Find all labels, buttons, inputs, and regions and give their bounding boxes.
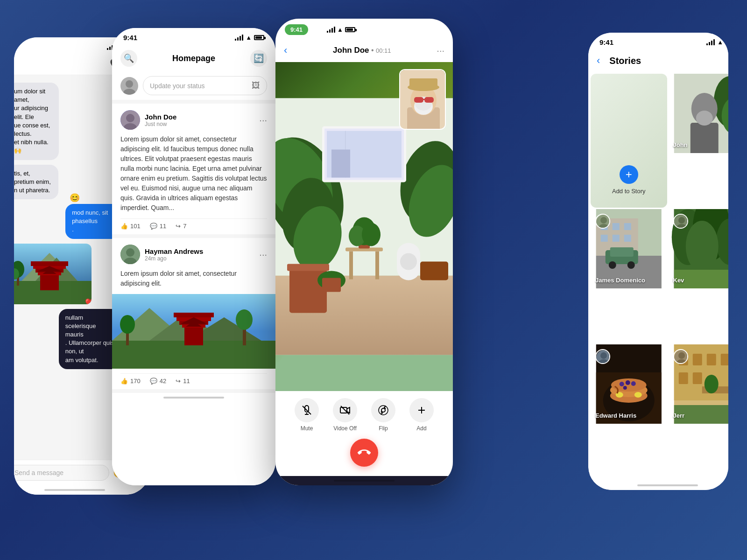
video-area [275, 62, 453, 391]
homepage-status-bar: 9:41 ▲ [112, 28, 275, 45]
post-actions-2: 👍 170 💬 42 ↪ 11 [120, 373, 267, 385]
post-time-1: Just now [145, 121, 254, 127]
story-card-john[interactable]: John [669, 74, 745, 153]
chat-image-message: ❤️ [7, 244, 92, 304]
post-more-btn-2[interactable]: ··· [259, 249, 267, 260]
secondary-video [399, 69, 446, 130]
home-indicator-2 [163, 397, 224, 399]
story-card-edward[interactable]: Edward Harris [591, 344, 667, 424]
svg-rect-46 [289, 266, 327, 313]
bubble-text-1: um dolor sit amet,ur adipiscing elit. El… [7, 83, 59, 160]
like-action-2[interactable]: 👍 170 [120, 378, 141, 385]
post-card-1: John Doe Just now ··· Lorem ipsum dolor … [112, 104, 275, 238]
svg-rect-97 [601, 235, 608, 242]
mute-label: Mute [301, 425, 313, 432]
message-bubble-2: tis, et, pretium enim,n ut pharetra. 😊 [7, 165, 75, 200]
call-more-button[interactable]: ··· [437, 45, 444, 56]
post-header-1: John Doe Just now ··· [120, 110, 267, 130]
like-count-1: 101 [130, 223, 141, 230]
svg-point-111 [716, 218, 744, 265]
share-count-2: 11 [183, 378, 190, 385]
svg-rect-36 [174, 313, 214, 317]
video-off-label: Vidoe Off [333, 425, 357, 432]
add-icon [409, 398, 434, 422]
pagoda-landscape [7, 244, 92, 304]
comment-action-2[interactable]: 💬 42 [150, 378, 166, 385]
status-placeholder: Update your status [150, 82, 205, 90]
svg-rect-139 [692, 372, 702, 384]
mute-icon [295, 398, 319, 422]
svg-point-82 [381, 408, 385, 412]
svg-rect-136 [706, 354, 716, 365]
wifi-icon-3: ▲ [337, 26, 343, 33]
add-story-label: Add to Story [612, 188, 646, 195]
end-call-button[interactable] [350, 439, 378, 467]
call-back-button[interactable]: ‹ [284, 44, 287, 56]
video-off-button[interactable]: Vidoe Off [333, 398, 357, 432]
svg-point-115 [678, 217, 685, 224]
call-header-right: ▲ [322, 26, 444, 33]
mute-button[interactable]: Mute [295, 398, 319, 432]
edward-avatar [595, 349, 610, 364]
home-indicator-1 [44, 489, 105, 491]
message-bubble-1: um dolor sit amet,ur adipiscing elit. El… [7, 83, 76, 160]
svg-rect-61 [322, 278, 341, 292]
stories-status-icons: ▲ [706, 39, 736, 46]
svg-point-78 [427, 98, 431, 101]
svg-point-130 [600, 352, 607, 359]
james-story-label: James Domenico [595, 277, 645, 284]
svg-rect-96 [624, 223, 631, 230]
post-header-2: Hayman Andrews 24m ago ··· [120, 245, 267, 264]
add-story-card[interactable]: + Add to Story [591, 74, 667, 208]
svg-rect-59 [420, 262, 448, 280]
story-card-james[interactable]: James Domenico [591, 209, 667, 288]
svg-point-31 [236, 309, 253, 330]
comment-count-1: 11 [160, 223, 166, 230]
svg-point-90 [696, 111, 712, 126]
add-button[interactable]: Add [409, 398, 434, 432]
svg-rect-135 [692, 354, 702, 365]
post-avatar-1 [120, 110, 140, 130]
search-button[interactable]: 🔍 [120, 50, 137, 67]
battery-icon-3 [345, 27, 355, 32]
status-time-4: 9:41 [599, 38, 613, 46]
svg-rect-99 [624, 235, 631, 242]
status-time-2: 9:41 [123, 34, 137, 42]
james-story-bg: James Domenico [591, 209, 667, 288]
bubble-text-2: tis, et, pretium enim,n ut pharetra. [7, 165, 58, 200]
stories-back-button[interactable]: ‹ [597, 55, 600, 67]
phone-stories: 9:41 ▲ ‹ Stories + [588, 33, 747, 490]
svg-point-54 [362, 223, 381, 246]
status-input[interactable]: Update your status 🖼 [143, 76, 267, 95]
post-text-2: Lorem ipsum dolor sit amet, consectetur … [120, 269, 267, 288]
signal-icon-2 [235, 35, 243, 41]
call-controls: Mute Vidoe Off [275, 391, 453, 476]
like-count-2: 170 [130, 378, 141, 385]
share-action-1[interactable]: ↪ 7 [176, 223, 186, 230]
like-action-1[interactable]: 👍 101 [120, 223, 141, 230]
phone-video-call: 9:41 ▲ ‹ John Doe • 00:11 ··· [275, 19, 453, 485]
user-avatar [120, 77, 138, 95]
flip-button[interactable]: Flip [371, 398, 395, 432]
share-action-2[interactable]: ↪ 11 [176, 378, 190, 385]
kev-story-label: Kev [673, 277, 684, 284]
story-card-kev[interactable]: Kev [669, 209, 745, 288]
svg-point-15 [126, 80, 133, 88]
svg-point-29 [120, 315, 135, 334]
share-icon-1: ↪ [176, 223, 181, 230]
svg-point-144 [678, 352, 685, 359]
controls-row: Mute Vidoe Off [295, 398, 434, 432]
post-more-btn-1[interactable]: ··· [259, 115, 267, 126]
share-count-1: 7 [183, 223, 186, 230]
svg-rect-101 [610, 247, 634, 257]
story-card-jerr[interactable]: Jerr [669, 344, 745, 424]
svg-rect-66 [331, 150, 350, 178]
caller-face-svg [400, 70, 446, 130]
refresh-button[interactable]: 🔄 [250, 50, 267, 67]
bubble-emoji-2: 😊 [70, 193, 80, 203]
comment-action-1[interactable]: 💬 11 [150, 223, 166, 230]
battery-icon-4 [726, 40, 736, 45]
post-author-name-2: Hayman Andrews [145, 247, 254, 255]
message-input[interactable]: Send a message [7, 465, 109, 481]
john-story-bg: John [669, 74, 745, 153]
